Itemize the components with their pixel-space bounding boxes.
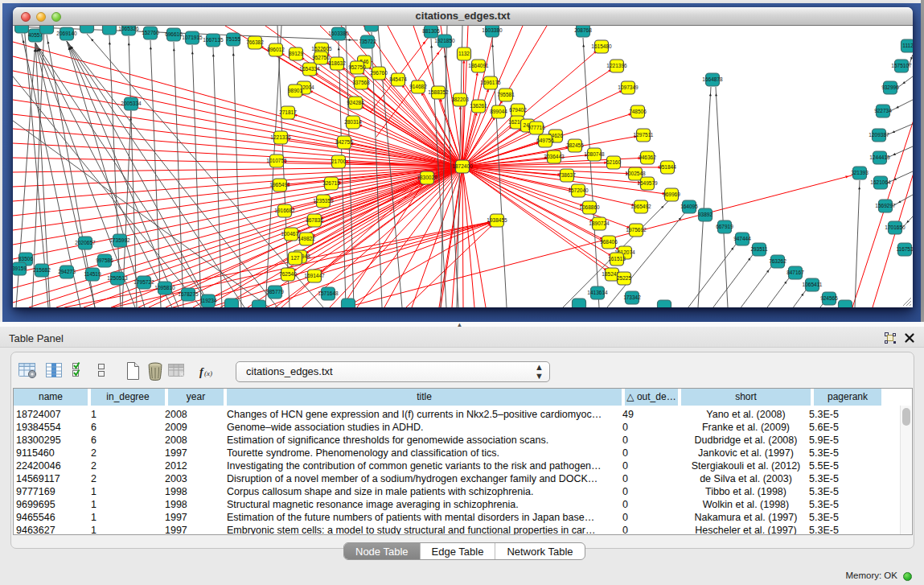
svg-text:1588352: 1588352 [428,89,449,95]
svg-text:114519: 114519 [84,271,101,277]
svg-text:1297511: 1297511 [634,132,654,138]
svg-text:1664878: 1664878 [702,76,723,82]
svg-text:1864091: 1864091 [468,63,489,68]
svg-text:280314: 280314 [344,119,362,125]
svg-text:1691447: 1691447 [304,273,325,278]
svg-text:1209387: 1209387 [869,132,889,138]
svg-text:271817: 271817 [279,109,297,115]
svg-text:1890724: 1890724 [589,220,610,226]
svg-text:847167: 847167 [786,270,804,275]
svg-text:2036443: 2036443 [544,154,565,159]
svg-text:1603380: 1603380 [482,27,503,33]
svg-text:696616: 696616 [165,31,183,37]
svg-text:1830029: 1830029 [417,175,437,180]
svg-text:649756: 649756 [536,138,554,143]
svg-text:89129: 89129 [289,51,303,56]
svg-text:946362: 946362 [639,154,656,160]
svg-text:1921850: 1921850 [434,38,455,43]
svg-text:39159: 39159 [13,266,27,271]
svg-text:337568: 337568 [352,80,370,85]
svg-text:985779: 985779 [266,289,284,295]
svg-text:947444: 947444 [733,236,751,241]
svg-text:152760: 152760 [142,30,159,35]
svg-text:294273: 294273 [58,269,76,274]
svg-text:932996: 932996 [881,84,899,90]
svg-text:1572040: 1572040 [568,187,589,193]
svg-text:1068860: 1068860 [579,204,600,210]
svg-text:1080748: 1080748 [584,151,605,157]
svg-text:2020657: 2020657 [75,240,96,245]
svg-text:1065411: 1065411 [803,282,823,287]
svg-text:881305: 881305 [422,28,440,34]
svg-text:382203: 382203 [451,97,469,102]
svg-text:(x): (x) [204,369,212,377]
svg-text:119234: 119234 [199,298,217,303]
svg-text:164095: 164095 [680,204,698,209]
svg-text:899044: 899044 [490,109,507,114]
svg-text:867835: 867835 [306,217,323,223]
svg-text:93892: 93892 [698,212,713,217]
svg-text:969969: 969969 [663,192,680,197]
svg-text:1097349: 1097349 [618,84,639,90]
svg-text:977716: 977716 [528,125,545,130]
svg-text:1235359: 1235359 [313,198,334,204]
svg-text:1615480: 1615480 [591,43,612,49]
svg-text:735722: 735722 [359,39,376,44]
svg-text:763262: 763262 [769,258,786,264]
svg-text:679402: 679402 [509,107,527,113]
svg-text:1965492: 1965492 [630,204,651,209]
svg-text:1965492: 1965492 [269,182,290,187]
svg-text:127: 127 [291,255,300,261]
svg-text:75155: 75155 [226,36,240,42]
svg-text:293511: 293511 [750,246,768,252]
svg-text:1067135: 1067135 [203,37,224,43]
svg-text:1569297: 1569297 [875,203,896,208]
svg-text:1938455: 1938455 [487,217,507,223]
svg-text:951844: 951844 [659,164,676,170]
svg-text:952750: 952750 [312,55,330,60]
svg-text:1696175: 1696175 [480,80,501,85]
svg-text:296760: 296760 [370,70,388,76]
svg-text:1621064: 1621064 [870,179,891,185]
svg-text:1975692: 1975692 [626,227,647,233]
svg-text:1603380: 1603380 [328,31,349,36]
svg-text:1701650: 1701650 [885,225,906,230]
svg-text:1132: 1132 [458,51,470,56]
svg-text:924565: 924565 [820,295,838,301]
svg-text:382455: 382455 [566,142,584,148]
svg-text:1678275: 1678275 [178,291,199,297]
svg-text:215682: 215682 [33,267,51,273]
svg-text:1795722: 1795722 [133,279,154,285]
svg-text:1002548: 1002548 [625,171,646,176]
svg-text:21700: 21700 [331,159,346,164]
svg-text:968406: 968406 [600,239,618,245]
svg-text:1221396: 1221396 [606,63,627,68]
svg-text:1250513: 1250513 [107,275,128,281]
svg-text:896012: 896012 [267,47,285,52]
svg-text:795581: 795581 [497,92,515,97]
svg-text:842755: 842755 [335,139,353,145]
svg-text:149822: 149822 [298,236,315,241]
svg-text:1095810: 1095810 [154,285,175,290]
svg-text:845474: 845474 [389,76,407,82]
svg-text:98901: 98901 [288,88,302,93]
svg-text:1571648: 1571648 [318,290,339,296]
svg-text:818632: 818632 [328,60,346,66]
svg-text:1071915: 1071915 [182,35,203,40]
svg-text:1221336: 1221336 [270,134,291,140]
svg-text:1575107: 1575107 [891,63,912,68]
svg-text:762540: 762540 [279,271,297,277]
svg-text:748506: 748506 [629,109,647,114]
svg-text:208768: 208768 [574,27,592,33]
svg-text:136261: 136261 [470,103,487,109]
svg-text:1549579: 1549579 [637,180,658,186]
svg-text:914682: 914682 [409,84,427,89]
svg-text:83506: 83506 [18,256,33,262]
svg-text:326715: 326715 [322,180,340,186]
svg-text:1010755: 1010755 [266,158,287,163]
svg-text:1735992: 1735992 [109,237,130,243]
svg-text:738637: 738637 [558,172,576,178]
svg-text:1522605: 1522605 [311,46,332,51]
svg-text:1065326: 1065326 [118,26,139,31]
svg-text:25225: 25225 [617,275,631,281]
